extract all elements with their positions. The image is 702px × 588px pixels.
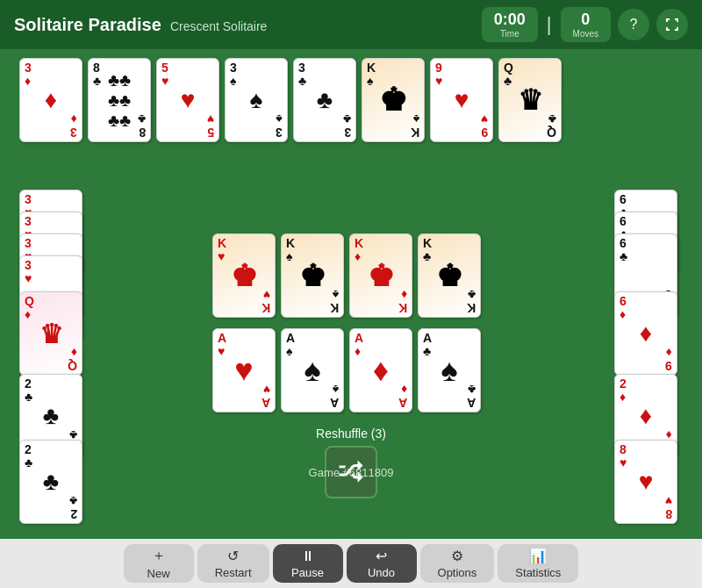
header: Solitaire Paradise Crescent Solitaire 0:… xyxy=(0,0,702,49)
pause-icon: ⏸ xyxy=(301,549,315,564)
card-8h[interactable]: 8♥ ♥ 8♥ xyxy=(614,440,677,524)
time-label: Time xyxy=(494,29,526,39)
footer: ＋ New ↺ Restart ⏸ Pause ↩ Undo ⚙ Options… xyxy=(0,539,702,588)
plus-icon: ＋ xyxy=(152,547,166,565)
restart-button[interactable]: ↺ Restart xyxy=(197,544,269,583)
card-rank: 5♥ xyxy=(161,61,168,89)
card-2c-b[interactable]: 2♣ ♣ 2♣ xyxy=(19,440,82,524)
chart-icon: 📊 xyxy=(529,548,547,564)
header-right: 0:00 Time | 0 Moves ? xyxy=(482,7,688,43)
header-left: Solitaire Paradise Crescent Solitaire xyxy=(14,15,267,35)
moves-label: Moves xyxy=(573,29,598,39)
reshuffle-label: Reshuffle (3) xyxy=(316,427,386,441)
card-ad[interactable]: A♦ ♦ A♦ xyxy=(349,328,412,412)
help-button[interactable]: ? xyxy=(618,9,649,40)
card-5h[interactable]: 5♥ ♥ 5♥ xyxy=(156,58,219,142)
statistics-label: Statistics xyxy=(515,566,561,579)
pause-label: Pause xyxy=(291,566,324,579)
undo-icon: ↩ xyxy=(376,548,387,564)
card-rank: 3♠ xyxy=(230,61,237,89)
stat-divider: | xyxy=(545,13,554,36)
options-label: Options xyxy=(438,566,477,579)
undo-button[interactable]: ↩ Undo xyxy=(347,544,417,583)
restart-icon: ↺ xyxy=(227,548,239,564)
game-area: 3♦ ♦ 3♦ 8♣ ♣♣♣♣♣♣ 8♣ 5♥ ♥ 5♥ 3♠ ♠ 3♠ 3♣ … xyxy=(0,49,702,539)
moves-stat: 0 Moves xyxy=(561,7,611,43)
card-3c[interactable]: 3♣ ♣ 3♣ xyxy=(293,58,356,142)
app-title: Solitaire Paradise xyxy=(14,15,161,35)
card-rank: 3♦ xyxy=(25,61,32,89)
card-3d[interactable]: 3♦ ♦ 3♦ xyxy=(19,58,82,142)
new-label: New xyxy=(147,567,170,580)
card-ah[interactable]: A♥ ♥ A♥ xyxy=(212,328,276,412)
card-9h[interactable]: 9♥ ♥ 9♥ xyxy=(430,58,493,142)
card-kh[interactable]: K♥ ♚ K♥ xyxy=(212,233,276,318)
card-3s[interactable]: 3♠ ♠ 3♠ xyxy=(225,58,288,142)
card-rank: 8♣ xyxy=(93,61,101,89)
fullscreen-button[interactable] xyxy=(656,9,688,40)
card-8c[interactable]: 8♣ ♣♣♣♣♣♣ 8♣ xyxy=(88,58,151,142)
game-subtitle: Crescent Solitaire xyxy=(170,19,268,33)
card-qd[interactable]: Q♦ ♛ Q♦ xyxy=(19,291,82,376)
moves-value: 0 xyxy=(573,11,598,30)
card-ks-center[interactable]: K♠ ♚ K♠ xyxy=(281,233,344,318)
undo-label: Undo xyxy=(368,566,395,579)
card-ks[interactable]: K♠ ♚ K♠ xyxy=(362,58,425,142)
gear-icon: ⚙ xyxy=(451,548,463,564)
card-ac[interactable]: A♣ ♠ A♣ xyxy=(418,328,481,412)
statistics-button[interactable]: 📊 Statistics xyxy=(498,544,578,583)
card-as[interactable]: A♠ ♠ A♠ xyxy=(281,328,344,412)
reshuffle-area: Reshuffle (3) xyxy=(316,427,386,498)
new-button[interactable]: ＋ New xyxy=(124,544,194,583)
pause-button[interactable]: ⏸ Pause xyxy=(273,544,343,583)
card-qc[interactable]: Q♣ ♛ Q♣ xyxy=(498,58,562,142)
game-number: Game #6811809 xyxy=(309,466,394,479)
card-kd[interactable]: K♦ ♚ K♦ xyxy=(349,233,412,318)
card-6d[interactable]: 6♦ ♦ 9♦ xyxy=(614,291,677,376)
time-stat: 0:00 Time xyxy=(482,7,538,43)
restart-label: Restart xyxy=(215,566,252,579)
card-rank: 9♥ xyxy=(435,61,442,89)
card-rank: 3♣ xyxy=(298,61,306,89)
time-value: 0:00 xyxy=(494,11,526,30)
options-button[interactable]: ⚙ Options xyxy=(420,544,495,583)
card-kc[interactable]: K♣ ♚ K♣ xyxy=(418,233,481,318)
